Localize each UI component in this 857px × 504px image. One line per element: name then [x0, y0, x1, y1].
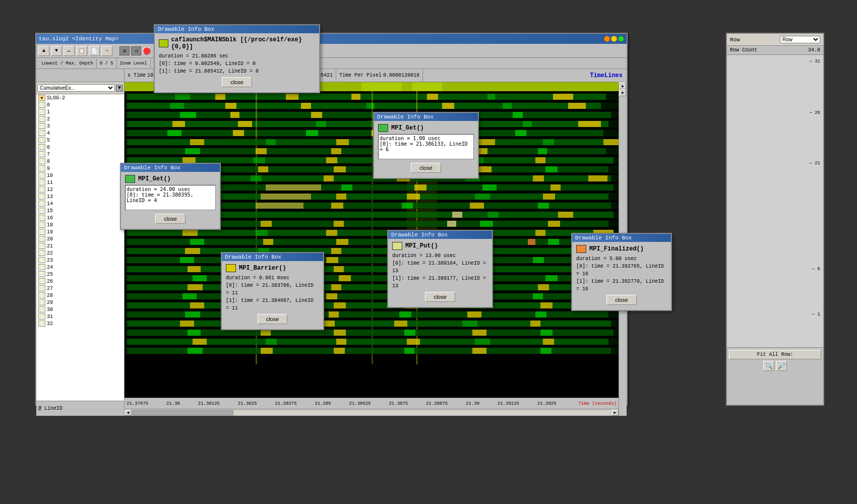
tree-file-icon: 📄 — [38, 306, 45, 312]
view-mode-select[interactable]: CumulativeEx... — [37, 84, 115, 92]
tree-item[interactable]: 📄13 — [36, 193, 124, 200]
tree-item[interactable]: 📄7 — [36, 151, 124, 158]
h-scrollbar[interactable]: ◀ ▶ — [125, 409, 619, 416]
drawable-box-1-close[interactable]: close — [222, 77, 252, 87]
tree-item[interactable]: 📄29 — [36, 299, 124, 306]
scroll-up-btn[interactable]: ▲ — [619, 82, 626, 89]
tree-item[interactable]: 📄6 — [36, 144, 124, 151]
drawable-box-2-textarea[interactable]: duration = 24.00 usec [0]: time = 21.380… — [125, 185, 216, 210]
minimize-btn[interactable] — [604, 36, 610, 42]
tree-item[interactable]: 📄20 — [36, 235, 124, 242]
tree-file-icon: 📄 — [38, 321, 45, 327]
scroll-right-btn[interactable]: ▶ — [611, 410, 619, 416]
tree-item[interactable]: 📄2 — [36, 115, 124, 122]
tree-item[interactable]: 📄11 — [36, 179, 124, 186]
tree-item[interactable]: 📄28 — [36, 292, 124, 299]
scroll-thumb[interactable] — [133, 410, 233, 415]
drawable-box-1-titlebar[interactable]: Drawable Info Box — [155, 25, 319, 33]
zoom-in-btn[interactable]: 🔍 — [763, 361, 774, 371]
svg-rect-24 — [311, 112, 322, 118]
tree-item[interactable]: 📄30 — [36, 306, 124, 313]
svg-rect-230 — [543, 339, 554, 345]
svg-rect-182 — [538, 284, 549, 290]
tree-item[interactable]: 📄8 — [36, 158, 124, 165]
drawable-box-6-titlebar[interactable]: Drawable Info Box — [572, 234, 671, 242]
drawable-box-5-close[interactable]: close — [425, 292, 455, 302]
svg-rect-141 — [263, 239, 273, 245]
close-btn-main[interactable] — [618, 36, 624, 42]
nav-down-btn[interactable]: ▼ — [51, 46, 62, 56]
export-btn[interactable]: → — [101, 46, 112, 56]
drawable-box-3-titlebar[interactable]: Drawable Info Box — [374, 113, 478, 121]
tree-file-icon: 📄 — [38, 151, 45, 157]
drawable-box-1-content: caflaunch$MAINSblk [{/proc/self/exe} {0,… — [155, 33, 319, 92]
drawable-box-2-close[interactable]: close — [155, 214, 186, 224]
nav-up-btn[interactable]: ▲ — [38, 46, 49, 56]
svg-rect-212 — [394, 321, 407, 327]
drawable-box-4-titlebar[interactable]: Drawable Info Box — [222, 253, 323, 261]
drawable-box-2-titlebar[interactable]: Drawable Info Box — [121, 164, 220, 172]
drawable-box-5-content: MPI_Put() duration = 13.00 usec [0]: tim… — [388, 239, 492, 307]
svg-rect-57 — [603, 139, 619, 145]
time-label-0: 21.37075 — [127, 401, 148, 406]
tree-item[interactable]: 📄23 — [36, 257, 124, 264]
time-label-6: 21.38625 — [349, 401, 371, 406]
tree-item[interactable]: 📄21 — [36, 242, 124, 249]
drawable-box-1-title: Drawable Info Box — [158, 26, 214, 32]
svg-rect-73 — [535, 157, 545, 163]
paste-btn[interactable]: 📄 — [89, 46, 100, 56]
svg-rect-156 — [326, 257, 338, 263]
tree-item[interactable]: 📄16 — [36, 214, 124, 221]
main-canvas[interactable]: ◀ ▶ 21.37075 21.38 21.38125 21.3825 21.3… — [125, 82, 619, 416]
main-toolbar: ▲ ▼ ✏ 📋 📄 → ↺ ◁ — [36, 44, 627, 58]
tree-item[interactable]: 📄18 — [36, 221, 124, 228]
drawable-box-4-close[interactable]: close — [258, 314, 288, 324]
maximize-btn[interactable] — [611, 36, 617, 42]
start-time-label: s Time — [128, 73, 146, 78]
tree-item[interactable]: 📄15 — [36, 207, 124, 214]
svg-rect-228 — [407, 339, 420, 345]
drawable-box-6-close[interactable]: close — [606, 295, 637, 305]
svg-rect-29 — [127, 121, 608, 127]
scroll-left-btn[interactable]: ◀ — [125, 410, 132, 416]
copy-btn[interactable]: 📋 — [76, 46, 87, 56]
svg-rect-21 — [127, 112, 611, 118]
drawable-box-5-titlebar[interactable]: Drawable Info Box — [388, 231, 492, 239]
tree-item[interactable]: 📄27 — [36, 285, 124, 292]
svg-rect-27 — [513, 112, 523, 118]
row-count-display: Row Count 34.0 — [727, 46, 823, 55]
tree-item[interactable]: 📄5 — [36, 137, 124, 144]
left-panel-toggle[interactable]: ▼ — [116, 85, 123, 92]
refresh-btn[interactable]: ↺ — [119, 46, 130, 55]
tree-root-item[interactable]: ▼ SLOG-2 — [36, 94, 124, 101]
time-label-5: 21.385 — [315, 401, 331, 406]
tree-item[interactable]: 📄3 — [36, 122, 124, 130]
bottom-panel: @ LineID — [36, 401, 124, 416]
row-count-value: 34.0 — [808, 47, 820, 53]
drawable-box-3-close[interactable]: close — [411, 163, 441, 173]
tree-item[interactable]: 📄10 — [36, 172, 124, 179]
tree-item[interactable]: 📄32 — [36, 320, 124, 327]
tree-item[interactable]: 📄9 — [36, 165, 124, 172]
tree-item[interactable]: 📄24 — [36, 264, 124, 271]
zoom-out-btn[interactable]: 🔎 — [776, 361, 787, 371]
tree-item[interactable]: 📄12 — [36, 186, 124, 193]
tree-item[interactable]: 📄26 — [36, 278, 124, 285]
tree-item[interactable]: 📄22 — [36, 249, 124, 257]
tree-item[interactable]: 📄1 — [36, 108, 124, 115]
tree-file-icon: 📄 — [38, 292, 45, 298]
row-select[interactable]: Row — [780, 36, 820, 43]
tree-item[interactable]: 📄19 — [36, 228, 124, 235]
scroll-down-btn[interactable]: ▼ — [619, 89, 626, 96]
tree-item[interactable]: 📄4 — [36, 130, 124, 137]
drawable-box-3-textarea[interactable]: duration = 1.00 usec [0]: time = 21.3861… — [378, 134, 474, 159]
tree-item[interactable]: 📄0 — [36, 101, 124, 108]
back-btn[interactable]: ◁ — [131, 46, 141, 55]
tree-item[interactable]: 📄14 — [36, 200, 124, 207]
tree-item[interactable]: 📄25 — [36, 271, 124, 278]
stop-btn[interactable] — [143, 47, 151, 55]
edit-btn[interactable]: ✏ — [64, 46, 75, 56]
svg-rect-239 — [361, 83, 402, 91]
fit-all-rows-btn[interactable]: Fit All Row: — [729, 350, 821, 359]
tree-item[interactable]: 📄31 — [36, 313, 124, 320]
